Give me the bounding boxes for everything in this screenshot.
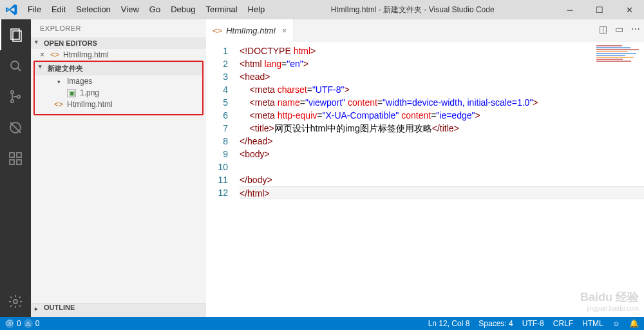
- svg-point-4: [11, 91, 14, 93]
- layout-icon[interactable]: ▭: [615, 24, 623, 34]
- highlighted-folder-region: 新建文件夹 Images ▣ 1.png <> HtmlImg.html: [33, 61, 204, 115]
- activity-bar: [0, 19, 31, 317]
- image-file-icon: ▣: [67, 89, 76, 97]
- tree-label: Images: [67, 77, 92, 86]
- chevron-down-icon: [54, 77, 63, 86]
- outline-section[interactable]: OUTLINE: [31, 303, 206, 317]
- svg-point-2: [11, 61, 19, 69]
- extensions-icon[interactable]: [0, 143, 31, 174]
- minimize-button[interactable]: ─: [555, 0, 585, 19]
- editor-pane: <> HtmlImg.html × ◫ ▭ ⋯ 123456789101112 …: [206, 19, 644, 317]
- svg-line-3: [18, 68, 21, 72]
- tab-htmlimg[interactable]: <> HtmlImg.html ×: [206, 19, 294, 42]
- vscode-logo-icon: [0, 0, 23, 19]
- tree-label: 1.png: [80, 88, 99, 97]
- status-bar: ⓧ 0 ⚠ 0 Ln 12, Col 8 Spaces: 4 UTF-8 CRL…: [0, 317, 644, 330]
- search-icon[interactable]: [0, 50, 31, 81]
- svg-rect-10: [10, 160, 14, 164]
- menu-bar: FileEditSelectionViewGoDebugTerminalHelp: [23, 0, 270, 19]
- tree-file-html[interactable]: <> HtmlImg.html: [35, 99, 202, 110]
- tree-folder-images[interactable]: Images: [35, 75, 202, 87]
- menu-view[interactable]: View: [116, 0, 144, 19]
- bell-icon[interactable]: 🔔: [629, 319, 639, 328]
- tree-label: HtmlImg.html: [67, 100, 113, 109]
- code-editor[interactable]: 123456789101112 <!DOCTYPE html><html lan…: [206, 42, 644, 317]
- warning-count[interactable]: 0: [35, 319, 40, 328]
- code-lines[interactable]: <!DOCTYPE html><html lang="en"><head> <m…: [240, 44, 644, 317]
- tab-label: HtmlImg.html: [226, 26, 276, 35]
- svg-rect-9: [10, 153, 14, 157]
- titlebar: FileEditSelectionViewGoDebugTerminalHelp…: [0, 0, 644, 19]
- svg-rect-11: [17, 160, 21, 164]
- sidebar-header: EXPLORER: [31, 19, 206, 37]
- line-gutter: 123456789101112: [206, 44, 240, 317]
- minimap[interactable]: [596, 45, 635, 63]
- menu-file[interactable]: File: [23, 0, 46, 19]
- cursor-position[interactable]: Ln 12, Col 8: [428, 319, 470, 328]
- errors-icon[interactable]: ⓧ: [5, 319, 14, 328]
- close-tab-icon[interactable]: ×: [279, 26, 287, 35]
- workspace-folder[interactable]: 新建文件夹: [35, 62, 202, 75]
- encoding[interactable]: UTF-8: [522, 319, 544, 328]
- html-file-icon: <>: [50, 50, 59, 59]
- eol[interactable]: CRLF: [553, 319, 573, 328]
- open-editors-section[interactable]: OPEN EDITORS: [31, 37, 206, 49]
- open-editor-name: HtmlImg.html: [63, 50, 109, 59]
- svg-rect-12: [17, 153, 21, 157]
- html-file-icon: <>: [213, 26, 222, 35]
- html-file-icon: <>: [54, 100, 63, 109]
- more-icon[interactable]: ⋯: [631, 24, 640, 34]
- window-title: HtmlImg.html - 新建文件夹 - Visual Studio Cod…: [270, 5, 555, 15]
- menu-help[interactable]: Help: [243, 0, 270, 19]
- menu-edit[interactable]: Edit: [46, 0, 71, 19]
- tree-file-png[interactable]: ▣ 1.png: [35, 87, 202, 99]
- editor-actions: ◫ ▭ ⋯: [599, 24, 640, 34]
- explorer-sidebar: EXPLORER OPEN EDITORS × <> HtmlImg.html …: [31, 19, 206, 317]
- main: EXPLORER OPEN EDITORS × <> HtmlImg.html …: [0, 19, 644, 317]
- menu-go[interactable]: Go: [144, 0, 166, 19]
- close-button[interactable]: ✕: [614, 0, 644, 19]
- source-control-icon[interactable]: [0, 81, 31, 112]
- menu-terminal[interactable]: Terminal: [200, 0, 242, 19]
- svg-point-13: [14, 300, 17, 304]
- warnings-icon[interactable]: ⚠: [24, 319, 33, 328]
- explorer-icon[interactable]: [0, 19, 31, 50]
- debug-icon[interactable]: [0, 112, 31, 143]
- language-mode[interactable]: HTML: [582, 319, 603, 328]
- open-editor-entry[interactable]: × <> HtmlImg.html: [31, 49, 206, 61]
- editor-tabs: <> HtmlImg.html ×: [206, 19, 644, 42]
- svg-point-5: [11, 100, 14, 102]
- indentation[interactable]: Spaces: 4: [478, 319, 513, 328]
- maximize-button[interactable]: ☐: [585, 0, 614, 19]
- feedback-icon[interactable]: ☺: [612, 319, 620, 328]
- settings-gear-icon[interactable]: [0, 286, 31, 317]
- menu-selection[interactable]: Selection: [71, 0, 115, 19]
- menu-debug[interactable]: Debug: [166, 0, 200, 19]
- split-editor-icon[interactable]: ◫: [599, 24, 607, 34]
- error-count[interactable]: 0: [17, 319, 21, 328]
- svg-point-6: [17, 95, 20, 98]
- close-icon[interactable]: ×: [40, 50, 44, 59]
